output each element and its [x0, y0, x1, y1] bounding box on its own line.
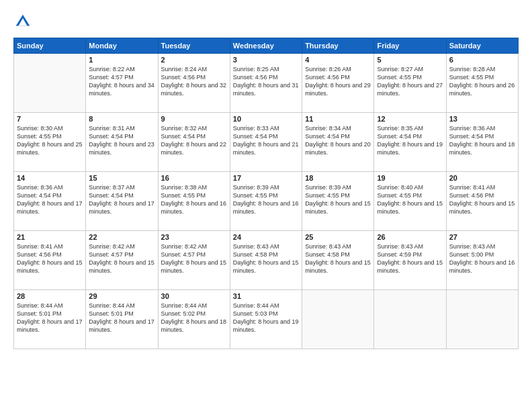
day-info: Sunrise: 8:34 AM Sunset: 4:54 PM Dayligh… — [305, 124, 371, 157]
day-info: Sunrise: 8:36 AM Sunset: 4:54 PM Dayligh… — [449, 124, 515, 157]
calendar-cell: 5 Sunrise: 8:27 AM Sunset: 4:55 PM Dayli… — [374, 54, 446, 113]
day-number: 1 — [89, 56, 154, 64]
daylight-label: Daylight: 8 hours and 15 minutes. — [17, 259, 83, 274]
sunset-label: Sunset: 4:57 PM — [89, 251, 134, 258]
day-number: 18 — [305, 174, 371, 182]
day-number: 10 — [233, 115, 299, 123]
day-number: 3 — [233, 56, 299, 64]
daylight-label: Daylight: 8 hours and 16 minutes. — [449, 259, 515, 274]
day-info: Sunrise: 8:31 AM Sunset: 4:54 PM Dayligh… — [89, 124, 154, 157]
sunset-label: Sunset: 5:01 PM — [17, 310, 62, 317]
day-info: Sunrise: 8:44 AM Sunset: 5:03 PM Dayligh… — [233, 302, 299, 334]
daylight-label: Daylight: 8 hours and 27 minutes. — [377, 82, 443, 97]
day-info: Sunrise: 8:41 AM Sunset: 4:56 PM Dayligh… — [449, 183, 515, 216]
daylight-label: Daylight: 8 hours and 23 minutes. — [89, 141, 154, 156]
sunset-label: Sunset: 4:54 PM — [377, 133, 422, 140]
day-info: Sunrise: 8:26 AM Sunset: 4:56 PM Dayligh… — [305, 65, 371, 98]
sunrise-label: Sunrise: 8:41 AM — [17, 243, 63, 250]
day-number: 21 — [17, 233, 83, 241]
sunset-label: Sunset: 4:56 PM — [305, 74, 350, 81]
daylight-label: Daylight: 8 hours and 17 minutes. — [17, 318, 83, 333]
daylight-label: Daylight: 8 hours and 20 minutes. — [305, 141, 371, 156]
sunset-label: Sunset: 4:54 PM — [233, 133, 278, 140]
sunset-label: Sunset: 4:55 PM — [377, 74, 422, 81]
sunrise-label: Sunrise: 8:44 AM — [233, 302, 279, 309]
day-info: Sunrise: 8:43 AM Sunset: 5:00 PM Dayligh… — [449, 242, 515, 275]
header — [13, 12, 519, 31]
day-number: 9 — [161, 115, 227, 123]
daylight-label: Daylight: 8 hours and 15 minutes. — [161, 259, 227, 274]
sunrise-label: Sunrise: 8:38 AM — [161, 184, 208, 191]
calendar-cell: 13 Sunrise: 8:36 AM Sunset: 4:54 PM Dayl… — [446, 113, 518, 172]
logo-icon — [13, 12, 32, 31]
sunset-label: Sunset: 4:54 PM — [161, 133, 206, 140]
calendar-cell: 9 Sunrise: 8:32 AM Sunset: 4:54 PM Dayli… — [158, 113, 230, 172]
sunrise-label: Sunrise: 8:27 AM — [377, 66, 423, 73]
calendar-cell: 27 Sunrise: 8:43 AM Sunset: 5:00 PM Dayl… — [446, 231, 518, 290]
daylight-label: Daylight: 8 hours and 15 minutes. — [377, 200, 443, 215]
calendar-cell: 6 Sunrise: 8:28 AM Sunset: 4:55 PM Dayli… — [446, 54, 518, 113]
daylight-label: Daylight: 8 hours and 26 minutes. — [449, 82, 515, 97]
sunset-label: Sunset: 4:56 PM — [233, 74, 278, 81]
day-number: 8 — [89, 115, 154, 123]
sunset-label: Sunset: 4:54 PM — [17, 192, 62, 199]
daylight-label: Daylight: 8 hours and 19 minutes. — [233, 318, 299, 333]
sunset-label: Sunset: 4:58 PM — [305, 251, 350, 258]
sunrise-label: Sunrise: 8:36 AM — [449, 125, 496, 132]
sunset-label: Sunset: 5:03 PM — [233, 310, 278, 317]
calendar-week-row: 21 Sunrise: 8:41 AM Sunset: 4:56 PM Dayl… — [14, 231, 519, 290]
sunset-label: Sunset: 4:55 PM — [17, 133, 62, 140]
day-number: 20 — [449, 174, 515, 182]
sunset-label: Sunset: 4:55 PM — [305, 192, 350, 199]
day-info: Sunrise: 8:30 AM Sunset: 4:55 PM Dayligh… — [17, 124, 83, 157]
calendar-cell: 17 Sunrise: 8:39 AM Sunset: 4:55 PM Dayl… — [230, 172, 302, 231]
sunrise-label: Sunrise: 8:43 AM — [377, 243, 423, 250]
day-info: Sunrise: 8:44 AM Sunset: 5:02 PM Dayligh… — [161, 302, 227, 334]
day-number: 16 — [161, 174, 227, 182]
daylight-label: Daylight: 8 hours and 21 minutes. — [233, 141, 299, 156]
page: SundayMondayTuesdayWednesdayThursdayFrid… — [0, 0, 532, 411]
daylight-label: Daylight: 8 hours and 17 minutes. — [17, 200, 83, 215]
day-info: Sunrise: 8:42 AM Sunset: 4:57 PM Dayligh… — [89, 242, 154, 275]
day-number: 15 — [89, 174, 154, 182]
calendar-cell: 28 Sunrise: 8:44 AM Sunset: 5:01 PM Dayl… — [14, 290, 86, 349]
weekday-header: Thursday — [302, 38, 374, 54]
calendar-cell — [14, 54, 86, 113]
daylight-label: Daylight: 8 hours and 17 minutes. — [89, 200, 154, 215]
day-number: 31 — [233, 292, 299, 300]
sunrise-label: Sunrise: 8:43 AM — [449, 243, 496, 250]
sunrise-label: Sunrise: 8:43 AM — [233, 243, 279, 250]
sunset-label: Sunset: 4:54 PM — [305, 133, 350, 140]
sunset-label: Sunset: 4:54 PM — [89, 192, 134, 199]
sunset-label: Sunset: 5:01 PM — [89, 310, 134, 317]
day-number: 24 — [233, 233, 299, 241]
day-info: Sunrise: 8:44 AM Sunset: 5:01 PM Dayligh… — [17, 302, 83, 334]
day-info: Sunrise: 8:24 AM Sunset: 4:56 PM Dayligh… — [161, 65, 227, 98]
sunrise-label: Sunrise: 8:42 AM — [89, 243, 135, 250]
sunrise-label: Sunrise: 8:39 AM — [233, 184, 279, 191]
calendar-cell — [302, 290, 374, 349]
calendar-cell: 14 Sunrise: 8:36 AM Sunset: 4:54 PM Dayl… — [14, 172, 86, 231]
sunrise-label: Sunrise: 8:25 AM — [233, 66, 279, 73]
calendar-week-row: 7 Sunrise: 8:30 AM Sunset: 4:55 PM Dayli… — [14, 113, 519, 172]
daylight-label: Daylight: 8 hours and 16 minutes. — [233, 200, 299, 215]
day-info: Sunrise: 8:35 AM Sunset: 4:54 PM Dayligh… — [377, 124, 443, 157]
day-info: Sunrise: 8:37 AM Sunset: 4:54 PM Dayligh… — [89, 183, 154, 216]
sunset-label: Sunset: 4:55 PM — [377, 192, 422, 199]
day-info: Sunrise: 8:43 AM Sunset: 4:58 PM Dayligh… — [305, 242, 371, 275]
sunrise-label: Sunrise: 8:34 AM — [305, 125, 351, 132]
sunrise-label: Sunrise: 8:30 AM — [17, 125, 63, 132]
day-number: 13 — [449, 115, 515, 123]
sunrise-label: Sunrise: 8:26 AM — [305, 66, 351, 73]
weekday-header: Saturday — [446, 38, 518, 54]
sunset-label: Sunset: 4:59 PM — [377, 251, 422, 258]
sunrise-label: Sunrise: 8:43 AM — [305, 243, 351, 250]
sunrise-label: Sunrise: 8:42 AM — [161, 243, 208, 250]
day-info: Sunrise: 8:32 AM Sunset: 4:54 PM Dayligh… — [161, 124, 227, 157]
calendar-cell: 3 Sunrise: 8:25 AM Sunset: 4:56 PM Dayli… — [230, 54, 302, 113]
sunset-label: Sunset: 5:02 PM — [161, 310, 206, 317]
day-number: 5 — [377, 56, 443, 64]
sunset-label: Sunset: 4:55 PM — [233, 192, 278, 199]
calendar-cell: 16 Sunrise: 8:38 AM Sunset: 4:55 PM Dayl… — [158, 172, 230, 231]
calendar-week-row: 28 Sunrise: 8:44 AM Sunset: 5:01 PM Dayl… — [14, 290, 519, 349]
